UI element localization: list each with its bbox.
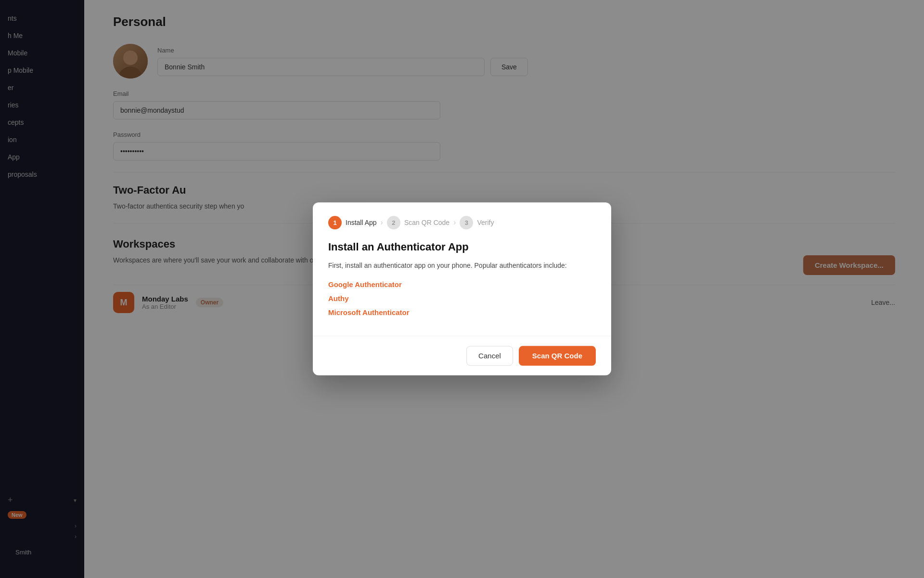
authy-link[interactable]: Authy	[328, 295, 596, 303]
step-2: 2 Scan QR Code	[387, 216, 449, 229]
modal: 1 Install App › 2 Scan QR Code › 3 Verif…	[313, 202, 611, 375]
step-2-label: Scan QR Code	[404, 219, 449, 226]
cancel-button[interactable]: Cancel	[466, 346, 513, 366]
step-1-circle: 1	[328, 216, 342, 229]
modal-body: Install an Authenticator App First, inst…	[313, 241, 611, 336]
step-3-circle: 3	[460, 216, 473, 229]
step-3-label: Verify	[477, 219, 494, 226]
modal-description: First, install an authenticator app on y…	[328, 260, 596, 271]
microsoft-authenticator-link[interactable]: Microsoft Authenticator	[328, 309, 596, 317]
modal-header: 1 Install App › 2 Scan QR Code › 3 Verif…	[313, 202, 611, 229]
step-1-label: Install App	[346, 219, 377, 226]
step-2-circle: 2	[387, 216, 400, 229]
modal-footer: Cancel Scan QR Code	[313, 336, 611, 376]
scan-qr-code-button[interactable]: Scan QR Code	[519, 346, 596, 366]
step-1: 1 Install App	[328, 216, 377, 229]
modal-title: Install an Authenticator App	[328, 241, 596, 253]
stepper: 1 Install App › 2 Scan QR Code › 3 Verif…	[328, 216, 596, 229]
step-arrow-1: ›	[381, 218, 383, 227]
google-authenticator-link[interactable]: Google Authenticator	[328, 281, 596, 289]
step-3: 3 Verify	[460, 216, 494, 229]
step-arrow-2: ›	[453, 218, 456, 227]
